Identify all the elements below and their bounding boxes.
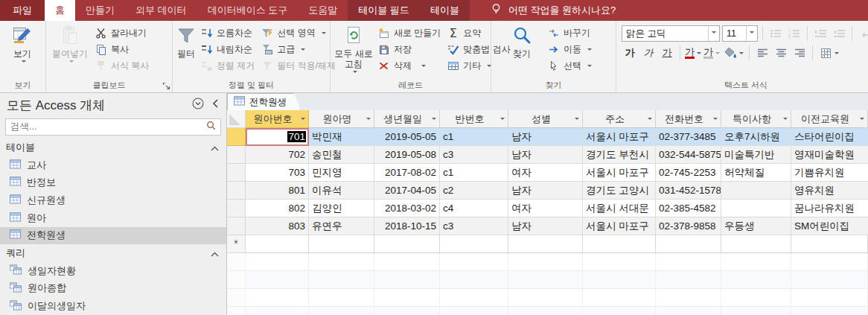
new-record-row[interactable]: * (227, 235, 868, 253)
table-cell[interactable]: 031-452-1578 (656, 182, 721, 200)
table-cell[interactable]: 801 (246, 182, 309, 200)
sort-descending-button[interactable]: 내림차순 (197, 41, 258, 57)
nav-item-table[interactable]: 원아 (0, 209, 226, 227)
font-color-button[interactable]: 가 (685, 45, 701, 61)
table-cell[interactable]: 남자 (508, 182, 583, 200)
italic-button[interactable]: 가 (640, 45, 657, 61)
column-header-birthdate[interactable]: 생년월일 (374, 110, 440, 128)
table-cell[interactable]: 703 (246, 164, 309, 182)
tab-database-tools[interactable]: 데이터베이스 도구 (197, 0, 299, 21)
tell-me-search[interactable]: 어떤 작업을 원하시나요? (491, 0, 616, 21)
row-selector[interactable] (227, 164, 246, 182)
table-cell[interactable]: 701 (246, 128, 309, 146)
table-cell[interactable]: 2017-04-05 (374, 182, 440, 200)
table-cell[interactable]: 여자 (508, 164, 583, 182)
align-center-button[interactable] (773, 45, 789, 61)
table-cell[interactable] (721, 182, 791, 200)
column-header-previous-school[interactable]: 이전교육원 (791, 110, 868, 128)
table-cell[interactable]: 꿈나라유치원 (791, 200, 868, 217)
tab-home[interactable]: 홈 (45, 0, 75, 21)
table-cell[interactable] (508, 235, 583, 253)
sort-ascending-button[interactable]: 오름차순 (197, 25, 258, 41)
column-header-address[interactable]: 주소 (583, 110, 656, 128)
tab-create[interactable]: 만들기 (75, 0, 125, 21)
column-header-won-a-myeong[interactable]: 원아명 (309, 110, 374, 128)
table-cell[interactable]: 032-544-5875 (656, 146, 721, 164)
highlight-color-button[interactable]: 가 (703, 45, 720, 61)
paste-button[interactable]: 붙여넣기 (48, 22, 92, 63)
advanced-filter-button[interactable]: 고급 (258, 41, 339, 57)
nav-section-tables[interactable]: 테이블 (0, 139, 226, 156)
table-cell[interactable]: 박민재 (309, 128, 374, 146)
font-name-combo[interactable]: 맑은 고딕 (622, 25, 720, 42)
column-header-gender[interactable]: 성별 (508, 110, 583, 128)
nav-item-table[interactable]: 신규원생 (0, 191, 226, 209)
delete-button[interactable]: 삭제 (374, 57, 444, 74)
nav-item-query[interactable]: 원아종합 (0, 280, 226, 298)
font-size-combo[interactable]: 11 (722, 25, 758, 42)
table-cell[interactable]: 2019-05-05 (374, 128, 440, 146)
table-cell[interactable]: 기쁨유치원 (791, 164, 868, 182)
nav-item-table-selected[interactable]: 전학원생 (0, 227, 226, 245)
table-cell[interactable]: 여자 (508, 200, 583, 217)
search-input[interactable] (10, 121, 203, 132)
table-cell[interactable] (440, 235, 508, 253)
format-painter-button[interactable]: 서식 복사 (92, 57, 152, 74)
underline-button[interactable]: 가 (659, 45, 675, 61)
column-header-won-a-beonho[interactable]: 원아번호 (246, 110, 309, 128)
table-cell[interactable]: 2019-05-08 (374, 146, 440, 164)
select-all-corner[interactable] (227, 110, 246, 128)
table-cell[interactable] (374, 235, 440, 253)
align-right-button[interactable] (791, 45, 808, 61)
tab-file[interactable]: 파일 (0, 0, 45, 21)
gridlines-button[interactable] (817, 45, 841, 61)
toggle-filter-button[interactable]: 필터 적용/해제 (258, 57, 339, 74)
save-button[interactable]: 저장 (374, 41, 444, 57)
table-row[interactable]: 802김양인2018-03-02c4여자서울시 서대문02-385-4582꿈나… (227, 200, 868, 217)
table-cell[interactable]: 우등생 (721, 217, 791, 235)
shutter-close-icon[interactable] (211, 98, 219, 112)
paragraph-marks-button[interactable] (857, 25, 868, 42)
filter-button[interactable]: 필터 (175, 22, 197, 59)
row-selector[interactable] (227, 146, 246, 164)
table-cell[interactable]: 02-385-4582 (656, 200, 721, 217)
nav-search-box[interactable] (5, 118, 221, 136)
tab-external-data[interactable]: 외부 데이터 (125, 0, 197, 21)
table-cell[interactable]: 민지영 (309, 164, 374, 182)
table-cell[interactable]: 허약체질 (721, 164, 791, 182)
nav-item-query[interactable]: 이달의생일자 (0, 297, 226, 315)
table-row[interactable]: 803유연우2018-10-15c3남자서울시 마포구02-378-9858우등… (227, 217, 868, 235)
nav-item-table[interactable]: 반정보 (0, 174, 226, 192)
replace-button[interactable]: 바꾸기 (544, 25, 595, 41)
row-selector[interactable] (227, 217, 246, 235)
table-cell[interactable]: 미술특기반 (721, 146, 791, 164)
nav-section-queries[interactable]: 쿼리 (0, 244, 226, 262)
row-selector[interactable] (227, 128, 246, 146)
dropdown-circle-icon[interactable] (192, 98, 204, 113)
table-cell[interactable]: 경기도 고양시 (583, 182, 656, 200)
search-icon[interactable] (206, 121, 216, 133)
table-row[interactable]: 701박민재2019-05-05c1남자서울시 마포구02-377-3485오후… (227, 128, 868, 146)
dialog-launcher-icon[interactable] (162, 82, 170, 90)
table-cell[interactable]: 경기도 부천시 (583, 146, 656, 164)
table-cell[interactable]: c1 (440, 164, 508, 182)
table-cell[interactable]: 02-378-9858 (656, 217, 721, 235)
select-button[interactable]: 선택 (544, 57, 595, 74)
table-cell[interactable]: 2018-10-15 (374, 217, 440, 235)
fill-color-button[interactable] (722, 45, 744, 61)
nav-item-table[interactable]: 교사 (0, 156, 226, 174)
table-cell[interactable] (656, 235, 721, 253)
increase-indent-button[interactable] (812, 25, 829, 42)
table-cell[interactable]: 803 (246, 217, 309, 235)
table-row[interactable]: 801이유석2017-04-05c2남자경기도 고양시031-452-1578영… (227, 182, 868, 200)
table-cell[interactable]: c1 (440, 128, 508, 146)
copy-button[interactable]: 복사 (92, 41, 152, 57)
table-cell[interactable] (583, 235, 656, 253)
refresh-all-button[interactable]: 모두 새로 고침 (333, 22, 374, 74)
new-record-button[interactable]: 새로 만들기 (374, 25, 444, 41)
table-cell[interactable]: 서울시 마포구 (583, 217, 656, 235)
table-cell[interactable]: 남자 (508, 146, 583, 164)
table-cell[interactable]: 이유석 (309, 182, 374, 200)
decrease-indent-button[interactable] (831, 25, 847, 42)
table-cell[interactable]: 서울시 마포구 (583, 164, 656, 182)
